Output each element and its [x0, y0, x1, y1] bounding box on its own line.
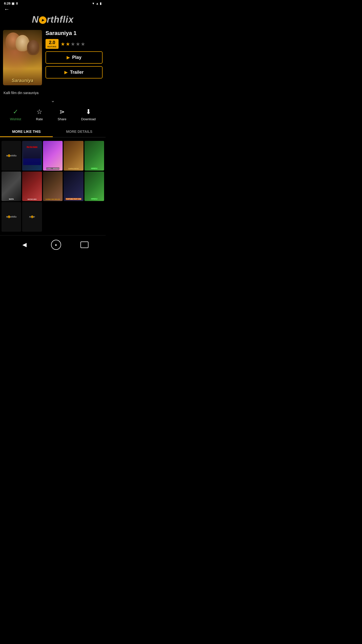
grid-logo3-northflix: Nrt [22, 202, 42, 232]
app-logo: Nrthflix [0, 14, 106, 25]
star-5: ★ [81, 41, 85, 47]
mata-poster: MATA [2, 172, 21, 201]
logo-o-icon [39, 16, 47, 24]
star-1: ★ [61, 41, 65, 47]
play-label: Play [72, 55, 81, 60]
movie-poster: Sarauniya [3, 30, 42, 85]
wishlist-check-icon: ✓ [13, 108, 18, 116]
wishlist-button[interactable]: ✓ Wishlist [10, 108, 21, 121]
grid-logo2-northflix: Nrthflix [2, 202, 21, 232]
download-label: Download [81, 117, 96, 121]
share-label: Share [58, 117, 66, 121]
sarauniya2-poster: SARAUNIYA [64, 141, 83, 171]
expand-chevron[interactable]: ⌄ [0, 96, 106, 105]
matar-poster: MATAR ARO [22, 172, 42, 201]
poster-title-text: Sarauniya [12, 78, 33, 83]
star-4: ★ [76, 41, 80, 47]
tab-more-like-this[interactable]: MORE LIKE THIS [0, 126, 53, 137]
trailer-play-icon: ▶ [64, 70, 67, 75]
wishlist-label: Wishlist [10, 117, 21, 121]
chevron-down-icon: ⌄ [51, 98, 55, 103]
grid-logo-northflix: Nrthflix [2, 141, 21, 171]
description-text: Kalli film din sarauniya [4, 91, 102, 95]
grid-item-logo2[interactable]: Nrthflix [2, 202, 21, 232]
grid-item-sarauniya2[interactable]: SARAUNIYA [64, 141, 83, 171]
signal-icon: ▲ [96, 2, 99, 5]
share-icon: ⋗ [59, 108, 65, 116]
tabs-container: MORE LIKE THIS MORE DETAILS [0, 126, 106, 137]
movie-detail: Sarauniya Sarauniya 1 2.0 RATING ★ ★ ★ ★… [0, 30, 106, 89]
nav-bar: ◀ ● [0, 235, 106, 254]
logo-container: Nrthflix [0, 12, 106, 30]
back-button[interactable]: ← [4, 6, 10, 13]
garba-poster: GARBA MAI WALDA [43, 172, 63, 201]
rating-number: 2.0 [48, 40, 57, 46]
rate-star-icon: ☆ [36, 108, 42, 116]
rate-label: Rate [36, 117, 43, 121]
action-buttons: ✓ Wishlist ☆ Rate ⋗ Share ⬇ Download [0, 105, 106, 126]
rating-row: 2.0 RATING ★ ★ ★ ★ ★ [46, 39, 103, 49]
status-time: 6:26 ▣ ⏸ [4, 2, 18, 5]
tab-more-details[interactable]: MORE DETAILS [53, 126, 106, 137]
download-button[interactable]: ⬇ Download [81, 108, 96, 121]
wifi-icon: ▼ [92, 2, 95, 5]
sim-icon: ▣ [12, 2, 14, 5]
movie-info: Sarauniya 1 2.0 RATING ★ ★ ★ ★ ★ ▶ Play … [46, 30, 103, 85]
grid-item-zainul[interactable]: ZAINUL ABIDEEN [43, 141, 63, 171]
grid-item-mata-extra[interactable]: MATA [2, 172, 21, 201]
status-bar: 6:26 ▣ ⏸ ▼ ▲ ▮ [0, 0, 106, 7]
grid-item-logo-placeholder[interactable]: Nrthflix [2, 141, 21, 171]
rai-poster: Rai Da Hakki [22, 141, 42, 171]
tuntube-poster: TUNTUBE PART ONE [64, 172, 83, 201]
status-icons: ▼ ▲ ▮ [92, 2, 102, 5]
nav-back-button[interactable]: ◀ [17, 239, 32, 250]
movie-grid-row2: MATA MATAR ARO GARBA MAI WALDA TUNTUBE P… [2, 172, 104, 201]
hindu1-poster: HINDU [84, 141, 104, 171]
header: ← [0, 7, 106, 12]
grid-item-hindu1[interactable]: HINDU [84, 141, 104, 171]
rate-button[interactable]: ☆ Rate [36, 108, 43, 121]
download-icon: ⬇ [86, 108, 91, 116]
grid-item-matar-aro[interactable]: MATAR ARO [22, 172, 42, 201]
grid-item-garba[interactable]: GARBA MAI WALDA [43, 172, 63, 201]
rating-badge: 2.0 RATING [46, 39, 59, 49]
music-icon: ⏸ [15, 2, 18, 5]
trailer-label: Trailer [70, 70, 83, 75]
star-rating: ★ ★ ★ ★ ★ [61, 41, 85, 47]
movie-grid-row3: Nrthflix Nrt [2, 202, 104, 232]
rating-label: RATING [48, 46, 57, 48]
grid-item-tuntube[interactable]: TUNTUBE PART ONE [64, 172, 83, 201]
zainul-poster: ZAINUL ABIDEEN [43, 141, 63, 171]
description-section: Kalli film din sarauniya [0, 89, 106, 96]
movie-title: Sarauniya 1 [46, 30, 103, 36]
play-icon: ▶ [67, 55, 70, 60]
hindu2-poster: HINDU [84, 172, 104, 201]
nav-home-button[interactable]: ● [51, 240, 61, 250]
nav-recent-button[interactable] [80, 242, 88, 248]
share-button[interactable]: ⋗ Share [58, 108, 66, 121]
time-display: 6:26 [4, 2, 11, 5]
star-2: ★ [66, 41, 70, 47]
grid-item-hindu2[interactable]: HINDU [84, 172, 104, 201]
movie-grid-row1: Nrthflix Rai Da Hakki ZAINUL ABIDEEN SAR… [2, 141, 104, 171]
grid-item-rai-da-hakki[interactable]: Rai Da Hakki [22, 141, 42, 171]
grid-item-logo3[interactable]: Nrt [22, 202, 42, 232]
play-button[interactable]: ▶ Play [46, 51, 103, 64]
more-like-this-section: Nrthflix Rai Da Hakki ZAINUL ABIDEEN SAR… [0, 137, 106, 235]
star-3: ★ [71, 41, 75, 47]
battery-icon: ▮ [100, 2, 102, 5]
trailer-button[interactable]: ▶ Trailer [46, 66, 103, 78]
